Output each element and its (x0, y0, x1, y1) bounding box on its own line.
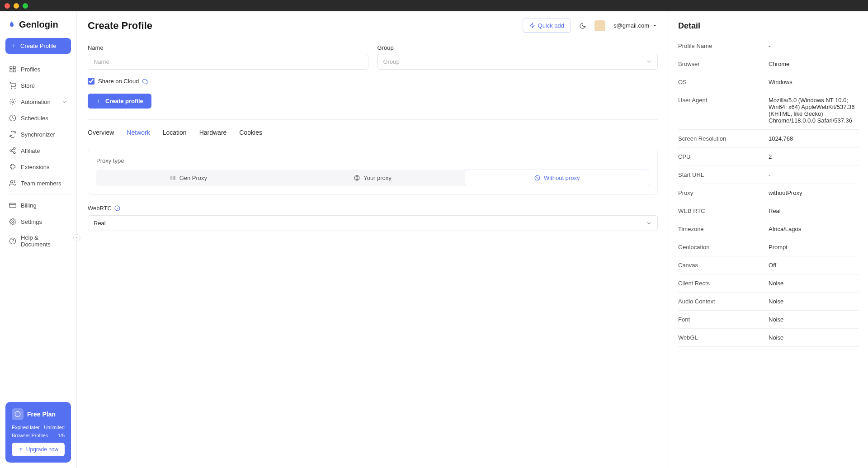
chevron-down-icon (61, 99, 67, 105)
create-profile-submit-button[interactable]: Create profile (88, 94, 151, 109)
credit-card-icon (9, 202, 16, 209)
svg-point-9 (10, 150, 12, 151)
sidebar-item-label: Store (21, 82, 35, 89)
webrtc-select[interactable]: Real (88, 215, 658, 231)
sidebar-item-team-members[interactable]: Team members (5, 175, 71, 191)
chevron-left-icon (75, 236, 79, 240)
group-select[interactable]: Group (377, 54, 658, 70)
detail-row: Audio ContextNoise (678, 293, 859, 311)
maximize-window-button[interactable] (23, 3, 28, 9)
proxy-option-none[interactable]: Without proxy (465, 170, 649, 186)
sidebar-item-store[interactable]: Store (5, 77, 71, 94)
quick-add-button[interactable]: Quick add (523, 19, 571, 33)
tab-location[interactable]: Location (163, 126, 187, 139)
plan-row: Browser Profiles 1/5 (12, 433, 65, 438)
flame-icon (7, 20, 16, 29)
segment-label: Without proxy (544, 175, 580, 181)
sidebar-collapse-button[interactable] (73, 234, 80, 241)
moon-icon[interactable] (579, 22, 586, 29)
sidebar-item-label: Automation (21, 99, 51, 105)
svg-point-13 (12, 221, 14, 222)
detail-value: Windows (769, 79, 859, 85)
sidebar-item-help[interactable]: Help & Documents (5, 230, 71, 252)
sidebar-item-schedules[interactable]: Schedules (5, 110, 71, 126)
plan-key: Expired later (12, 425, 40, 430)
sidebar-item-label: Team members (21, 180, 61, 187)
tab-hardware[interactable]: Hardware (199, 126, 227, 139)
svg-rect-1 (13, 66, 15, 69)
detail-row: Profile Name- (678, 37, 859, 55)
svg-rect-0 (10, 66, 12, 69)
sidebar-item-automation[interactable]: Automation (5, 94, 71, 110)
detail-key: User Agent (678, 97, 769, 124)
detail-value: Chrome (769, 61, 859, 67)
sidebar-item-billing[interactable]: Billing (5, 197, 71, 213)
upgrade-button[interactable]: Upgrade now (12, 443, 65, 456)
proxy-option-gen[interactable]: Gen Proxy (96, 170, 281, 186)
detail-value: Prompt (769, 244, 859, 251)
share-cloud-checkbox[interactable] (88, 78, 94, 85)
detail-value: - (769, 43, 859, 49)
webrtc-value: Real (94, 220, 106, 227)
detail-key: Proxy (678, 189, 769, 196)
tab-cookies[interactable]: Cookies (239, 126, 262, 139)
sidebar-item-extensions[interactable]: Extensions (5, 159, 71, 175)
detail-key: Client Rects (678, 280, 769, 287)
group-label: Group (377, 44, 658, 51)
proxy-type-label: Proxy type (96, 157, 649, 164)
create-profile-button[interactable]: Create Profile (5, 38, 71, 54)
detail-row: CanvasOff (678, 256, 859, 274)
sidebar-item-settings[interactable]: Settings (5, 213, 71, 230)
close-window-button[interactable] (5, 3, 10, 9)
sidebar-item-affiliate[interactable]: Affiliate (5, 142, 71, 159)
detail-value: withoutProxy (769, 189, 859, 196)
sidebar-item-label: Affiliate (21, 147, 40, 154)
barcode-icon (170, 175, 176, 181)
tabs: Overview Network Location Hardware Cooki… (88, 126, 658, 139)
chevron-down-icon (646, 220, 652, 226)
sidebar-item-synchronizer[interactable]: Synchronizer (5, 126, 71, 142)
upload-icon (18, 447, 24, 452)
gear-icon (9, 218, 16, 225)
detail-value: Noise (769, 298, 859, 305)
svg-rect-12 (9, 203, 16, 207)
svg-point-6 (12, 101, 14, 103)
plan-row: Expired later Unlimited (12, 425, 65, 430)
clock-icon (9, 114, 16, 122)
detail-key: WebGL (678, 334, 769, 341)
detail-row: WebGLNoise (678, 329, 859, 347)
svg-point-14 (9, 238, 15, 244)
sidebar-item-label: Schedules (21, 115, 48, 122)
detail-key: OS (678, 79, 769, 85)
sync-icon (9, 131, 16, 138)
detail-title: Detail (678, 21, 859, 31)
upgrade-label: Upgrade now (26, 446, 58, 453)
detail-key: Timezone (678, 226, 769, 232)
detail-value: 2 (769, 153, 859, 160)
minimize-window-button[interactable] (14, 3, 19, 9)
detail-key: Screen Resolution (678, 135, 769, 142)
create-profile-label: Create Profile (20, 43, 56, 49)
brand-logo: Genlogin (5, 17, 71, 38)
tab-overview[interactable]: Overview (88, 126, 114, 139)
detail-key: Audio Context (678, 298, 769, 305)
sidebar-item-profiles[interactable]: Profiles (5, 61, 71, 77)
detail-panel: Detail Profile Name-BrowserChromeOSWindo… (669, 11, 868, 468)
page-title: Create Profile (88, 20, 152, 32)
tab-network[interactable]: Network (127, 126, 150, 139)
name-label: Name (88, 44, 368, 51)
name-input[interactable] (88, 54, 368, 70)
puzzle-icon (9, 163, 16, 170)
window-titlebar (0, 0, 868, 11)
proxy-option-your[interactable]: Your proxy (281, 170, 465, 186)
divider (88, 119, 658, 120)
detail-key: Start URL (678, 171, 769, 178)
brand-name: Genlogin (19, 19, 58, 30)
avatar[interactable] (594, 20, 605, 31)
proxy-panel: Proxy type Gen Proxy Your proxy Without … (88, 149, 658, 195)
cart-icon (9, 82, 16, 89)
account-menu[interactable]: s@gmail.com (613, 22, 658, 29)
proxy-type-segmented: Gen Proxy Your proxy Without proxy (96, 170, 649, 186)
sidebar-item-label: Settings (21, 218, 42, 225)
share-cloud-label: Share on Cloud (98, 78, 139, 85)
